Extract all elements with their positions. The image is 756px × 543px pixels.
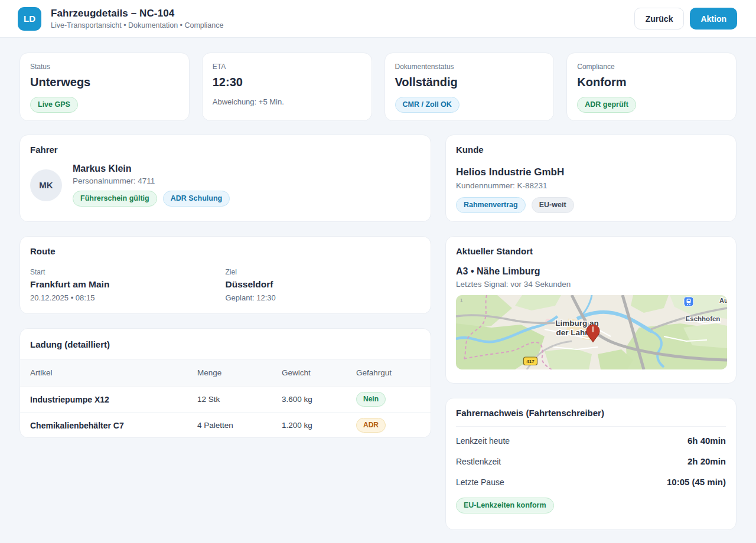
cargo-card: Ladung (detailliert) Artikel Menge Gewic… [19,328,431,438]
frame-contract-badge: Rahmenvertrag [456,197,526,213]
column-header-hazard: Gefahrgut [356,368,431,377]
route-start-label: Start [30,268,226,276]
header-left: LD Fahrzeugdetails – NC-104 Live-Transpo… [18,7,223,31]
driver-personnel-number: Personalnummer: 4711 [73,176,230,185]
kpi-value: Vollständig [395,76,544,89]
map[interactable]: 417 Limburg an der Lahn [456,295,727,369]
adr-training-badge: ADR Schulung [163,191,230,207]
route-card-title: Route [30,246,421,256]
tachograph-card-title: Fahrernachweis (Fahrtenschreiber) [456,408,726,418]
kpi-value: Unterwegs [30,76,179,89]
page-title: Fahrzeugdetails – NC-104 [51,8,223,19]
customer-card: Kunde Helios Industrie GmbH Kundennummer… [445,135,737,222]
license-valid-badge: Führerschein gültig [73,191,157,207]
route-dest-label: Ziel [226,268,421,276]
table-row: Chemikalienbehälter C7 4 Paletten 1.200 … [20,412,431,438]
kpi-label: Dokumentenstatus [395,63,544,71]
customer-name: Helios Industrie GmbH [456,166,726,178]
action-button[interactable]: Aktion [690,8,737,30]
location-position: A3 • Nähe Limburg [456,266,726,277]
kpi-card-eta: ETA 12:30 Abweichung: +5 Min. [202,53,372,121]
header-titles: Fahrzeugdetails – NC-104 Live-Transporta… [51,8,223,30]
cargo-card-title: Ladung (detailliert) [20,329,431,359]
last-break-label: Letzte Pause [456,477,504,487]
driving-time-value: 6h 40min [687,436,726,446]
divider [456,426,726,427]
map-edge-label: Aur [719,297,727,304]
driver-card-title: Fahrer [30,145,421,155]
table-row: Industriepumpe X12 12 Stk 3.600 kg Nein [20,386,431,412]
driver-name: Markus Klein [73,163,230,174]
location-card: Aktueller Standort A3 • Nähe Limburg Let… [445,236,737,384]
customer-number: Kundennummer: K-88231 [456,181,726,190]
route-destination: Ziel Düsseldorf Geplant: 12:30 [226,268,421,302]
list-item: Lenkzeit heute 6h 40min [456,430,726,451]
kpi-label: Status [30,63,179,71]
svg-text:417: 417 [526,359,535,364]
train-station-icon [684,297,693,306]
hazard-badge: Nein [356,392,386,406]
route-start: Start Frankfurt am Main 20.12.2025 • 08:… [30,268,226,302]
route-dest-time: Geplant: 12:30 [226,293,421,302]
main-content: Status Unterwegs Live GPS ETA 12:30 Abwe… [0,38,756,530]
tachograph-card: Fahrernachweis (Fahrtenschreiber) Lenkze… [445,398,737,530]
location-signal-time: Letztes Signal: vor 34 Sekunden [456,280,726,289]
cargo-article: Chemikalienbehälter C7 [30,421,197,430]
hazard-badge: ADR [356,418,386,432]
route-start-time: 20.12.2025 • 08:15 [30,293,226,302]
map-corner-label: 1 [460,297,463,303]
breadcrumb: Live-Transportansicht • Dokumentation • … [51,21,223,30]
location-card-title: Aktueller Standort [456,246,726,256]
header-actions: Zurück Aktion [634,8,737,30]
customer-card-title: Kunde [456,145,726,155]
avatar: MK [30,169,62,201]
cargo-weight: 3.600 kg [282,395,356,404]
cargo-quantity: 12 Stk [197,395,282,404]
kpi-card-documents: Dokumentenstatus Vollständig CMR / Zoll … [384,53,555,121]
compliance-badge: ADR geprüft [577,97,636,113]
remaining-time-value: 2h 20min [687,456,726,466]
cargo-weight: 1.200 kg [282,421,356,430]
eu-wide-badge: EU-weit [532,197,574,213]
kpi-label: ETA [213,63,361,71]
cargo-table-header: Artikel Menge Gewicht Gefahrgut [20,359,431,386]
back-button[interactable]: Zurück [634,8,685,30]
route-start-city: Frankfurt am Main [30,279,226,290]
driver-info: Markus Klein Personalnummer: 4711 Führer… [73,163,230,207]
map-canvas: 417 Limburg an der Lahn [456,295,727,369]
kpi-label: Compliance [577,63,726,71]
remaining-time-label: Restlenkzeit [456,457,501,466]
driver-card: Fahrer MK Markus Klein Personalnummer: 4… [19,135,431,222]
driving-time-label: Lenkzeit heute [456,436,510,446]
list-item: Restlenkzeit 2h 20min [456,451,726,472]
cargo-article: Industriepumpe X12 [30,395,197,404]
cargo-quantity: 4 Paletten [197,421,282,430]
map-city-label: der Lahn [556,328,589,337]
documents-badge: CMR / Zoll OK [395,97,460,113]
road-shield-icon: 417 [524,357,537,365]
app-header: LD Fahrzeugdetails – NC-104 Live-Transpo… [0,0,756,38]
kpi-value: Konform [577,76,726,89]
kpi-row: Status Unterwegs Live GPS ETA 12:30 Abwe… [19,53,737,121]
last-break-value: 10:05 (45 min) [667,477,726,487]
route-dest-city: Düsseldorf [226,279,421,290]
status-badge: Live GPS [30,97,78,113]
eta-deviation-text: Abweichung: +5 Min. [213,97,361,106]
kpi-card-compliance: Compliance Konform ADR geprüft [566,53,737,121]
column-header-quantity: Menge [197,368,282,377]
kpi-card-status: Status Unterwegs Live GPS [19,53,190,121]
app-logo: LD [18,7,41,31]
column-header-article: Artikel [30,368,197,377]
route-card: Route Start Frankfurt am Main 20.12.2025… [19,236,431,314]
map-village-label: Eschhofen [686,315,721,322]
eu-compliance-badge: EU-Lenkzeiten konform [456,498,554,513]
list-item: Letzte Pause 10:05 (45 min) [456,472,726,492]
column-header-weight: Gewicht [282,368,356,377]
kpi-value: 12:30 [213,76,361,89]
